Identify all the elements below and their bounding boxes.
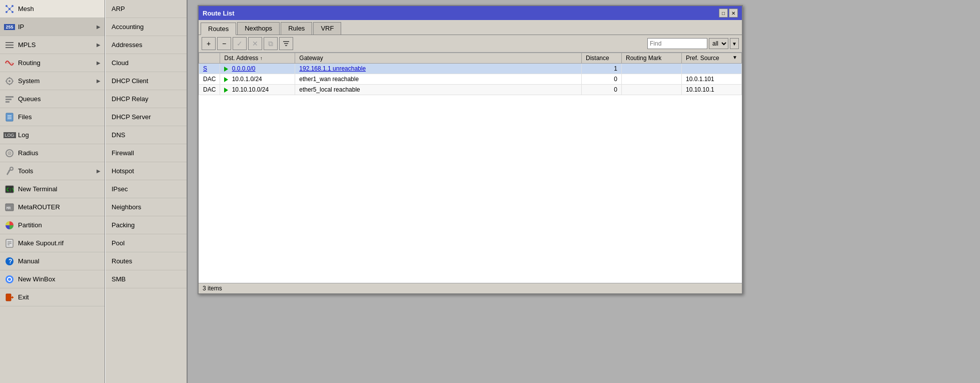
add-button[interactable]: + — [202, 37, 216, 50]
enable-button[interactable]: ✓ — [233, 37, 247, 50]
table-row[interactable]: DAC 10.0.1.0/24 ether1_wan reachable 0 1… — [199, 74, 742, 85]
col-header-gateway[interactable]: Gateway — [295, 53, 582, 64]
sidebar-item-label: Log — [18, 131, 101, 139]
find-select[interactable]: all — [709, 38, 728, 49]
submenu-item-accounting[interactable]: Accounting — [106, 18, 187, 36]
sidebar-item-new-winbox[interactable]: New WinBox — [0, 270, 105, 288]
svg-line-7 — [7, 9, 10, 12]
submenu-item-cloud[interactable]: Cloud — [106, 54, 187, 72]
table-row[interactable]: S 0.0.0.0/0 192.168.1.1 unreachable 1 — [199, 64, 742, 74]
submenu-item-ipsec[interactable]: IPsec — [106, 180, 187, 198]
col-header-distance[interactable]: Distance — [582, 53, 622, 64]
sidebar-item-routing[interactable]: Routing ▶ — [0, 54, 105, 72]
sidebar-item-label: System — [18, 77, 97, 85]
radius-icon — [4, 148, 15, 159]
cell-routing-mark — [622, 74, 682, 85]
sidebar-item-label: IP — [18, 23, 97, 31]
cell-pref-source: 10.0.1.101 — [682, 74, 742, 85]
submenu-item-dhcp-server[interactable]: DHCP Server — [106, 108, 187, 126]
sidebar-item-label: MetaROUTER — [18, 203, 101, 211]
sidebar-item-files[interactable]: Files — [0, 108, 105, 126]
svg-rect-44 — [6, 294, 11, 301]
arrow-icon: ▶ — [97, 42, 101, 48]
tab-nexthops[interactable]: Nexthops — [237, 22, 280, 35]
submenu-item-routes[interactable]: Routes — [106, 252, 187, 270]
remove-button[interactable]: − — [217, 37, 231, 50]
route-table: Dst. Address ↑ Gateway Distance Routing … — [199, 53, 742, 95]
sidebar-item-partition[interactable]: Partition — [0, 216, 105, 234]
manual-icon: ? — [4, 256, 15, 267]
sidebar-item-metarouter[interactable]: MR MetaROUTER — [0, 198, 105, 216]
disable-button[interactable]: ✕ — [248, 37, 262, 50]
submenu-item-arp[interactable]: ARP — [106, 0, 187, 18]
svg-rect-21 — [6, 101, 10, 103]
tabs-container: Routes Nexthops Rules VRF — [199, 20, 742, 35]
col-header-pref-source[interactable]: Pref. Source ▼ — [682, 53, 742, 64]
cell-flag: DAC — [199, 74, 220, 85]
terminal-icon: C:\ — [4, 184, 15, 195]
tab-routes[interactable]: Routes — [201, 23, 236, 35]
submenu-item-neighbors[interactable]: Neighbors — [106, 198, 187, 216]
submenu-item-firewall[interactable]: Firewall — [106, 144, 187, 162]
window-titlebar: Route List □ ✕ — [199, 6, 742, 20]
svg-point-28 — [9, 153, 10, 154]
submenu-item-packing[interactable]: Packing — [106, 216, 187, 234]
sidebar-item-queues[interactable]: Queues — [0, 90, 105, 108]
cell-distance: 0 — [582, 85, 622, 95]
svg-marker-46 — [12, 296, 14, 299]
svg-point-14 — [9, 80, 11, 82]
supout-icon — [4, 238, 15, 249]
sidebar-item-tools[interactable]: Tools ▶ — [0, 162, 105, 180]
tab-vrf[interactable]: VRF — [313, 22, 341, 35]
submenu-item-addresses[interactable]: Addresses — [106, 36, 187, 54]
minimize-button[interactable]: □ — [719, 9, 728, 18]
sort-asc-icon: ↑ — [260, 56, 263, 61]
arrow-icon: ▶ — [97, 60, 101, 66]
sidebar-item-mpls[interactable]: MPLS ▶ — [0, 36, 105, 54]
table-container[interactable]: Dst. Address ↑ Gateway Distance Routing … — [199, 53, 742, 283]
arrow-icon: ▶ — [97, 78, 101, 84]
sidebar-item-exit[interactable]: Exit — [0, 288, 105, 306]
filter-icon — [283, 40, 290, 47]
sidebar-item-label: New WinBox — [18, 275, 101, 283]
submenu-item-dhcp-client[interactable]: DHCP Client — [106, 72, 187, 90]
mpls-icon — [4, 40, 15, 51]
arrow-icon: ▶ — [97, 168, 101, 174]
close-button[interactable]: ✕ — [729, 9, 738, 18]
sidebar-item-radius[interactable]: Radius — [0, 144, 105, 162]
submenu-item-hotspot[interactable]: Hotspot — [106, 162, 187, 180]
filter-button[interactable] — [279, 37, 293, 50]
find-arrow-button[interactable]: ▼ — [730, 38, 739, 49]
svg-rect-20 — [6, 99, 12, 100]
metarouter-icon: MR — [4, 202, 15, 213]
sidebar-item-mesh[interactable]: Mesh — [0, 0, 105, 18]
sidebar-item-manual[interactable]: ? Manual — [0, 252, 105, 270]
submenu-item-smb[interactable]: SMB — [106, 270, 187, 288]
sidebar-item-new-terminal[interactable]: C:\ New Terminal — [0, 180, 105, 198]
winbox-icon — [4, 274, 15, 285]
find-input[interactable] — [647, 38, 707, 49]
sidebar-item-label: MPLS — [18, 41, 97, 49]
sidebar-item-label: Routing — [18, 59, 97, 67]
submenu-item-dhcp-relay[interactable]: DHCP Relay — [106, 90, 187, 108]
tab-rules[interactable]: Rules — [281, 22, 312, 35]
sidebar-item-label: Files — [18, 113, 101, 121]
sidebar-item-log[interactable]: LOG Log — [0, 126, 105, 144]
svg-text:MR: MR — [7, 206, 11, 210]
col-header-routing-mark[interactable]: Routing Mark — [622, 53, 682, 64]
sidebar-item-ip[interactable]: 255 IP ▶ — [0, 18, 105, 36]
status-bar: 3 items — [199, 283, 742, 293]
col-header-dst[interactable]: Dst. Address ↑ — [220, 53, 295, 64]
cell-distance: 0 — [582, 74, 622, 85]
cell-pref-source: 10.10.10.1 — [682, 85, 742, 95]
copy-button[interactable]: ⧉ — [264, 37, 278, 50]
sidebar: Mesh 255 IP ▶ MPLS ▶ Routing ▶ — [0, 0, 105, 383]
sidebar-item-make-supout[interactable]: Make Supout.rif — [0, 234, 105, 252]
submenu-item-dns[interactable]: DNS — [106, 126, 187, 144]
sidebar-item-label: Manual — [18, 257, 101, 265]
item-count: 3 items — [203, 285, 222, 292]
sidebar-item-system[interactable]: System ▶ — [0, 72, 105, 90]
submenu-item-pool[interactable]: Pool — [106, 234, 187, 252]
table-row[interactable]: DAC 10.10.10.0/24 ether5_local reachable… — [199, 85, 742, 95]
cell-gateway: 192.168.1.1 unreachable — [295, 64, 582, 74]
